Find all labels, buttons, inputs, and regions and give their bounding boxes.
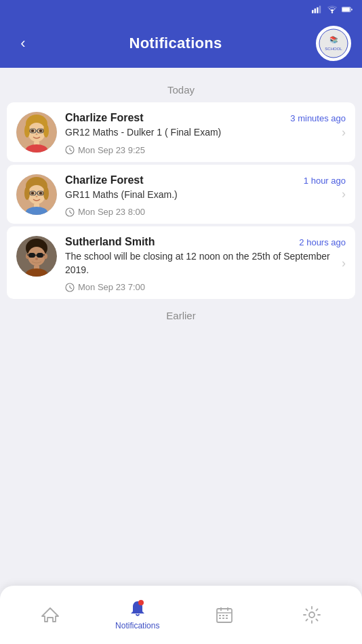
svg-point-21 <box>36 134 38 135</box>
svg-point-30 <box>24 186 30 200</box>
svg-rect-65 <box>222 615 224 616</box>
settings-icon <box>302 605 321 624</box>
page-title: Notifications <box>129 35 222 52</box>
svg-point-53 <box>35 258 38 260</box>
svg-rect-48 <box>28 253 35 258</box>
section-earlier: Earlier <box>0 300 362 328</box>
svg-point-33 <box>39 192 43 195</box>
signal-icon <box>312 5 323 14</box>
svg-rect-66 <box>226 615 228 616</box>
svg-text:📚: 📚 <box>329 35 338 44</box>
svg-rect-67 <box>219 618 221 619</box>
svg-point-14 <box>24 124 30 138</box>
notification-body: Charlize Forest 1 hour ago GR11 Maths (F… <box>65 174 346 218</box>
battery-icon <box>342 5 353 14</box>
status-bar <box>0 0 362 19</box>
chevron-right-icon: › <box>342 125 346 139</box>
svg-point-32 <box>31 192 35 195</box>
section-today: Today <box>0 75 362 102</box>
notification-timestamp: Mon Sep 23 7:00 <box>65 282 346 292</box>
svg-point-8 <box>319 29 348 58</box>
notification-body: Sutherland Smith 2 hours ago The school … <box>65 236 346 292</box>
notification-time-ago: 2 hours ago <box>299 237 346 247</box>
notification-timestamp: Mon Sep 23 8:00 <box>65 207 346 217</box>
avatar <box>16 236 57 277</box>
school-logo: 📚 SCHOOL <box>316 26 351 61</box>
svg-rect-7 <box>351 9 353 11</box>
svg-point-70 <box>309 612 315 618</box>
svg-text:SCHOOL: SCHOOL <box>325 47 342 51</box>
home-icon <box>41 605 60 624</box>
nav-item-settings[interactable] <box>288 605 336 624</box>
notification-time-ago: 3 minutes ago <box>290 113 346 123</box>
svg-line-26 <box>70 150 72 151</box>
svg-rect-64 <box>219 615 221 616</box>
charlize-avatar-1 <box>16 112 57 153</box>
app-header: ‹ Notifications 📚 SCHOOL <box>0 19 362 68</box>
svg-point-37 <box>36 196 38 197</box>
nav-item-calendar[interactable] <box>201 605 248 624</box>
notification-message: GR12 Maths - Dulker 1 ( Final Exam) <box>65 126 346 140</box>
avatar <box>16 112 57 153</box>
notification-sender: Charlize Forest <box>65 174 144 186</box>
clock-icon <box>65 207 75 217</box>
notification-time-ago: 1 hour ago <box>304 176 346 186</box>
svg-point-15 <box>43 124 49 138</box>
sutherland-avatar <box>16 236 57 277</box>
svg-point-16 <box>31 129 35 132</box>
notification-item[interactable]: Charlize Forest 1 hour ago GR11 Maths (F… <box>7 165 355 224</box>
svg-rect-0 <box>312 10 313 14</box>
svg-point-59 <box>138 600 144 605</box>
charlize-avatar-2 <box>16 174 57 215</box>
svg-rect-6 <box>342 7 350 11</box>
notification-timestamp: Mon Sep 23 9:25 <box>65 145 346 155</box>
notification-item[interactable]: Charlize Forest 3 minutes ago GR12 Maths… <box>7 102 355 162</box>
wifi-icon <box>327 5 338 14</box>
notification-sender: Charlize Forest <box>65 112 144 124</box>
nav-notifications-label: Notifications <box>115 621 159 630</box>
chevron-right-icon: › <box>342 187 346 201</box>
svg-line-58 <box>70 287 72 289</box>
bell-icon <box>128 599 147 618</box>
back-button[interactable]: ‹ <box>11 35 35 52</box>
chevron-right-icon: › <box>342 256 346 270</box>
avatar <box>16 174 57 215</box>
svg-rect-68 <box>222 618 224 619</box>
bottom-navigation: Notifications <box>0 586 362 644</box>
clock-icon <box>65 283 75 292</box>
nav-item-home[interactable] <box>26 605 74 624</box>
notification-message: GR11 Maths (Final Exam.) <box>65 188 346 202</box>
notification-message: The school will be closing at 12 noon on… <box>65 250 346 277</box>
svg-point-4 <box>331 12 333 13</box>
svg-rect-69 <box>226 618 228 619</box>
svg-rect-49 <box>37 253 43 258</box>
calendar-icon <box>215 605 234 624</box>
notification-sender: Sutherland Smith <box>65 236 155 248</box>
content-area: Today <box>0 68 362 382</box>
svg-point-47 <box>43 254 47 259</box>
svg-rect-1 <box>315 8 316 13</box>
svg-point-31 <box>43 186 49 200</box>
svg-rect-3 <box>319 5 321 13</box>
clock-icon <box>65 145 75 155</box>
svg-rect-2 <box>317 7 318 14</box>
notification-body: Charlize Forest 3 minutes ago GR12 Maths… <box>65 112 346 155</box>
logo-image: 📚 SCHOOL <box>319 28 348 58</box>
nav-item-notifications[interactable]: Notifications <box>114 599 161 630</box>
svg-line-42 <box>70 212 72 214</box>
notification-item[interactable]: Sutherland Smith 2 hours ago The school … <box>7 226 355 299</box>
svg-point-17 <box>39 129 43 132</box>
